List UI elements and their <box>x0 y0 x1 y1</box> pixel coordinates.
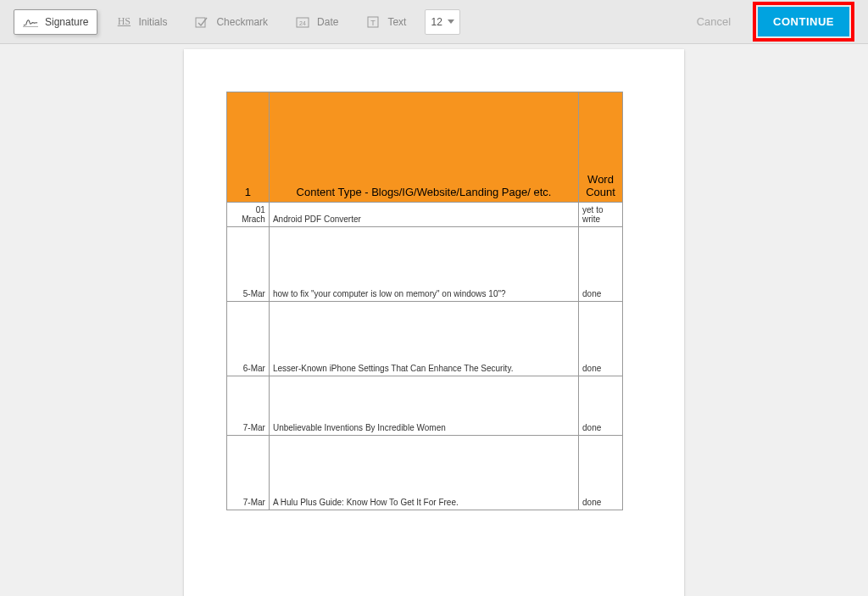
table-cell-status: done <box>579 436 623 510</box>
checkmark-icon <box>194 15 209 29</box>
table-header-row: 1 Content Type - Blogs/IG/Website/Landin… <box>227 92 623 203</box>
table-cell-date: 7-Mar <box>227 436 270 510</box>
toolbar: Signature HS Initials Checkmark 24 Date … <box>0 0 868 44</box>
signature-tool-label: Signature <box>45 16 88 28</box>
content-table: 1 Content Type - Blogs/IG/Website/Landin… <box>226 92 623 510</box>
table-cell-status: done <box>579 302 623 376</box>
svg-text:24: 24 <box>299 20 306 26</box>
document-page: 1 Content Type - Blogs/IG/Website/Landin… <box>184 49 684 596</box>
chevron-down-icon <box>448 19 454 24</box>
cancel-button[interactable]: Cancel <box>685 8 743 35</box>
table-row: 01 Mrach Android PDF Converter yet to wr… <box>227 203 623 227</box>
document-workspace[interactable]: 1 Content Type - Blogs/IG/Website/Landin… <box>0 44 868 596</box>
checkmark-tool-label: Checkmark <box>216 16 268 28</box>
initials-tool-label: Initials <box>138 16 167 28</box>
table-header-col1: 1 <box>227 92 270 203</box>
table-header-col2: Content Type - Blogs/IG/Website/Landing … <box>269 92 578 203</box>
date-tool-button[interactable]: 24 Date <box>287 9 347 35</box>
date-tool-label: Date <box>317 16 338 28</box>
date-icon: 24 <box>295 15 310 29</box>
text-tool-label: Text <box>387 16 406 28</box>
initials-tool-button[interactable]: HS Initials <box>108 9 175 35</box>
font-size-value: 12 <box>431 16 442 28</box>
font-size-select[interactable]: 12 <box>425 9 459 35</box>
checkmark-tool-button[interactable]: Checkmark <box>186 9 276 35</box>
table-row: 7-Mar Unbelievable Inventions By Incredi… <box>227 376 623 436</box>
signature-icon <box>23 15 38 29</box>
table-row: 6-Mar Lesser-Known iPhone Settings That … <box>227 302 623 376</box>
table-row: 5-Mar how to fix "your computer is low o… <box>227 227 623 302</box>
table-cell-date: 5-Mar <box>227 227 270 302</box>
table-cell-content: Lesser-Known iPhone Settings That Can En… <box>269 302 578 376</box>
continue-button[interactable]: CONTINUE <box>758 7 849 36</box>
svg-text:T: T <box>371 19 376 27</box>
table-cell-status: yet to write <box>579 203 623 227</box>
text-tool-button[interactable]: T Text <box>357 9 415 35</box>
table-cell-date: 01 Mrach <box>227 203 270 227</box>
table-header-col3: Word Count <box>579 92 623 203</box>
table-cell-date: 7-Mar <box>227 376 270 436</box>
table-cell-status: done <box>579 376 623 436</box>
continue-highlight-box: CONTINUE <box>753 2 854 42</box>
initials-icon: HS <box>116 15 131 29</box>
signature-tool-button[interactable]: Signature <box>14 9 97 35</box>
table-cell-content: Android PDF Converter <box>269 203 578 227</box>
table-cell-date: 6-Mar <box>227 302 270 376</box>
text-icon: T <box>365 15 381 29</box>
table-cell-status: done <box>579 227 623 302</box>
table-row: 7-Mar A Hulu Plus Guide: Know How To Get… <box>227 436 623 510</box>
table-cell-content: Unbelievable Inventions By Incredible Wo… <box>269 376 578 436</box>
table-cell-content: how to fix "your computer is low on memo… <box>269 227 578 302</box>
table-cell-content: A Hulu Plus Guide: Know How To Get It Fo… <box>269 436 578 510</box>
